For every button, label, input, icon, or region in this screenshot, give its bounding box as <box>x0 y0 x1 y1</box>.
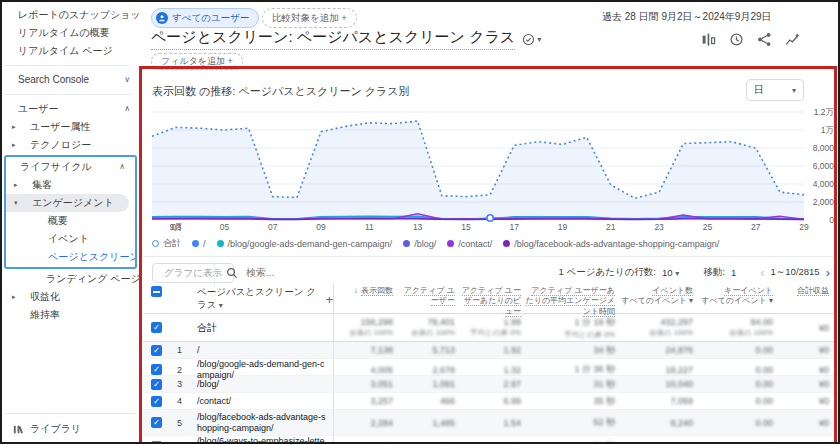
metric-value: 156,298 <box>333 317 393 327</box>
clock-check-icon[interactable] <box>729 32 744 47</box>
sidebar-item[interactable]: リアルタイム ページ <box>4 42 140 60</box>
sidebar-item[interactable]: ▸集客 <box>6 176 135 194</box>
add-comparison-chip[interactable]: 比較対象を追加 + <box>262 8 357 28</box>
arrow-right-icon[interactable]: ▸ <box>12 118 16 136</box>
sidebar-item[interactable]: リアルタイムの概要 <box>4 24 140 42</box>
sidebar-item[interactable]: ページとスクリーン <box>6 248 135 266</box>
table-row[interactable]: ✓2/blog/google-ads-demand-gen-campaign/4… <box>143 359 837 376</box>
sidebar-item-label: イベント <box>48 233 89 244</box>
legend-item[interactable]: / <box>192 239 206 249</box>
metric-value: 30 秒 <box>521 440 615 444</box>
sidebar-item-library[interactable]: ライブラリ <box>4 420 136 438</box>
insights-icon[interactable] <box>785 32 800 47</box>
table-row[interactable]: 6/blog/6-ways-to-emphasize-letters/2,080… <box>143 436 837 444</box>
arrow-down-icon[interactable]: ▾ <box>14 194 18 212</box>
chevron-up-icon[interactable]: ∧ <box>124 100 130 118</box>
prev-page-icon[interactable]: ‹ <box>760 265 764 280</box>
search-icon <box>226 267 238 279</box>
column-header[interactable]: アクティブ ユーザーあたりのビュー <box>455 286 521 317</box>
row-checkbox[interactable]: ✓ <box>151 322 162 333</box>
sidebar-item-label: ライフサイクル <box>20 161 92 172</box>
share-icon[interactable] <box>757 32 772 47</box>
search-box[interactable] <box>226 266 368 279</box>
sidebar-item[interactable]: 概要 <box>6 212 135 230</box>
metric-cell: 0.00 <box>693 345 773 355</box>
column-header-label: アクティブ ユーザーあたりの平均エンゲージメント時間 <box>526 286 616 317</box>
sidebar-item-label: テクノロジー <box>30 139 91 150</box>
column-header[interactable]: 合計収益 <box>773 286 829 296</box>
report-actions <box>701 32 800 47</box>
column-header[interactable]: キーイベントすべてのイベント ▾ <box>693 286 773 307</box>
y-axis-label: 1.2万 <box>814 107 834 119</box>
column-header-label: キーイベント <box>724 286 773 296</box>
row-checkbox[interactable]: ✓ <box>151 417 162 428</box>
column-header-sub[interactable]: すべてのイベント ▾ <box>697 296 773 306</box>
row-checkbox[interactable]: ✓ <box>151 396 162 407</box>
column-header[interactable]: ↓ 表示回数 <box>333 286 393 296</box>
column-header[interactable]: アクティブ ユーザー <box>393 286 455 307</box>
date-range-selector[interactable]: 過去 28 日間 9月2日～2024年9月29日 <box>602 10 834 24</box>
views-trend-chart[interactable] <box>152 106 804 224</box>
page-path: /blog/6-ways-to-emphasize-letters/ <box>197 436 333 444</box>
row-checkbox[interactable]: ✓ <box>151 379 162 390</box>
chevron-up-icon[interactable]: ∧ <box>119 158 125 176</box>
legend-item[interactable]: /blog/google-ads-demand-gen-campaign/ <box>217 239 393 249</box>
table-row[interactable]: ✓5/blog/facebook-ads-advantage-shopping-… <box>143 410 837 436</box>
sidebar-item[interactable]: イベント <box>6 230 135 248</box>
search-input[interactable] <box>244 266 368 279</box>
metric-value: 1,091 <box>393 379 455 389</box>
chevron-down-icon: ▾ <box>537 35 541 44</box>
sidebar-item[interactable]: レポートのスナップショット <box>4 6 140 24</box>
goto-value[interactable]: 1 <box>731 267 736 278</box>
show-on-chart-button[interactable]: グラフに表示 <box>152 263 234 283</box>
check-circle-icon <box>522 33 535 46</box>
dimension-header[interactable]: ページパスとスクリーン クラス ▾+ <box>197 286 333 312</box>
legend-item[interactable]: 合計 <box>152 237 181 250</box>
sidebar-item[interactable]: ランディング ページ <box>4 270 140 288</box>
metric-subvalue: 全体の 100% <box>393 328 455 338</box>
sidebar-item[interactable]: ▸テクノロジー <box>4 136 140 154</box>
arrow-right-icon[interactable]: ▸ <box>14 176 18 194</box>
audience-filter-chip[interactable]: すべてのユーザー <box>151 8 259 28</box>
sidebar-item[interactable]: ライフサイクル∧ <box>6 158 135 176</box>
row-checkbox[interactable]: ✓ <box>151 364 162 375</box>
next-page-icon[interactable]: › <box>826 265 830 280</box>
table-row[interactable]: ✓4/contact/3,2574666.9935 秒7,0590.00¥0 <box>143 393 837 410</box>
metric-value: 7,138 <box>333 345 393 355</box>
sidebar-item[interactable]: ▾エンゲージメント <box>6 194 129 212</box>
x-tick-day: 13 <box>405 223 431 233</box>
legend-item[interactable]: /contact/ <box>447 239 492 249</box>
add-filter-chip[interactable]: フィルタを追加 + <box>151 53 243 70</box>
row-checkbox[interactable]: ✓ <box>151 345 162 356</box>
report-check-badge[interactable]: ▾ <box>522 33 541 46</box>
column-header[interactable]: イベント数すべてのイベント ▾ <box>615 286 693 307</box>
table-row[interactable]: ✓3/blog/3,0511,0912.9731 秒10,0400.00¥0 <box>143 376 837 393</box>
page-title[interactable]: ページとスクリーン: ページパスとスクリーン クラス <box>151 28 515 50</box>
interval-dropdown[interactable]: 日 ▾ <box>746 79 804 101</box>
sidebar-item[interactable]: ▸ユーザー属性 <box>4 118 140 136</box>
metric-cell: 4,005 <box>333 365 393 375</box>
metric-cell: 19,227 <box>615 365 693 375</box>
arrow-right-icon[interactable]: ▸ <box>12 288 16 306</box>
sidebar-item[interactable]: ▸収益化 <box>4 288 140 306</box>
table-row[interactable]: ✓1/7,1385,7131.9234 秒24,8760.00¥0 <box>143 342 837 359</box>
arrow-right-icon[interactable]: ▸ <box>12 136 16 154</box>
rows-per-page-select[interactable]: 10 ▾ <box>662 267 679 278</box>
legend-item[interactable]: /blog/facebook-ads-advantage-shopping-ca… <box>503 239 719 249</box>
y-axis-label: 4,000 <box>813 179 834 189</box>
column-header[interactable]: アクティブ ユーザーあたりの平均エンゲージメント時間 <box>521 286 615 317</box>
legend-label: /contact/ <box>458 239 492 249</box>
row-number: 1 <box>177 345 197 355</box>
legend-item[interactable]: /blog/ <box>403 239 436 249</box>
sidebar-item[interactable]: Search Console∨ <box>4 71 140 89</box>
chevron-down-icon[interactable]: ∨ <box>124 71 130 89</box>
legend-label: /blog/google-ads-demand-gen-campaign/ <box>228 239 393 249</box>
sidebar-item[interactable]: ユーザー∧ <box>4 100 140 118</box>
sidebar-item[interactable]: 維持率 <box>4 306 140 324</box>
column-header-sub[interactable]: すべてのイベント ▾ <box>619 296 693 306</box>
bar-chart-icon[interactable] <box>701 32 716 47</box>
metric-cell: 24,876 <box>615 345 693 355</box>
legend-marker-icon <box>152 240 159 247</box>
select-all-checkbox[interactable] <box>151 286 162 297</box>
add-column-button[interactable]: + <box>325 292 333 307</box>
